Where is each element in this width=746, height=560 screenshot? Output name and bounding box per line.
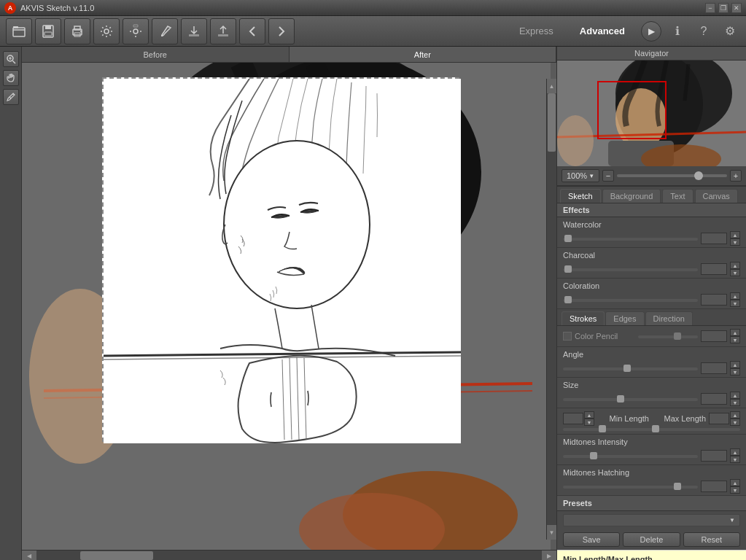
min-length-slider-thumb[interactable] [599,425,606,432]
midtones-hatching-increment[interactable]: ▲ [730,479,740,486]
charcoal-decrement[interactable]: ▼ [730,269,740,276]
max-length-slider-thumb[interactable] [652,425,659,432]
import-button[interactable] [181,18,207,44]
color-pencil-value[interactable]: 13 [701,330,727,342]
color-pencil-slider-thumb[interactable] [674,332,681,340]
coloration-slider[interactable] [563,299,698,302]
zoom-minus-button[interactable]: − [602,170,614,182]
charcoal-slider-thumb[interactable] [564,265,572,273]
max-length-decrement[interactable]: ▼ [730,419,740,426]
coloration-increment[interactable]: ▲ [730,292,740,300]
midtones-hatching-value[interactable]: 41 [701,481,727,492]
min-length-increment[interactable]: ▲ [584,411,594,419]
size-decrement[interactable]: ▼ [730,399,740,406]
color-pencil-increment[interactable]: ▲ [730,329,740,336]
zoom-slider[interactable] [617,174,727,177]
export-button[interactable] [210,18,236,44]
coloration-slider-thumb[interactable] [564,296,572,303]
preferences-button[interactable]: ⚙ [720,21,740,42]
angle-value[interactable]: 45 [701,362,727,374]
tab-canvas[interactable]: Canvas [695,189,738,203]
tab-sketch[interactable]: Sketch [560,189,601,203]
hand-tool-button[interactable] [3,70,19,86]
watercolor-slider-thumb[interactable] [564,235,572,242]
brush-button[interactable] [152,18,178,44]
charcoal-slider[interactable] [563,268,698,271]
title-bar: A AKVIS Sketch v.11.0 − ❐ ✕ [0,0,746,16]
color-pencil-decrement[interactable]: ▼ [730,336,740,343]
midtones-intensity-value[interactable]: 4 [701,450,727,462]
charcoal-control: 0 ▲ ▼ [563,262,740,276]
advanced-mode-button[interactable]: Advanced [570,23,635,39]
close-button[interactable]: ✕ [731,3,742,13]
midtones-intensity-slider[interactable] [563,455,698,458]
size-value[interactable]: 8 [701,393,727,405]
horizontal-scrollbar[interactable]: ◀ ▶ [22,550,556,560]
tab-direction[interactable]: Direction [645,311,693,325]
tab-background[interactable]: Background [602,189,661,203]
max-length-input[interactable]: 10 [709,413,729,424]
tab-edges[interactable]: Edges [605,311,644,325]
min-length-input[interactable]: 4 [563,413,583,424]
presets-delete-button[interactable]: Delete [623,532,680,547]
coloration-decrement[interactable]: ▼ [730,300,740,307]
min-length-decrement[interactable]: ▼ [584,419,594,426]
angle-decrement[interactable]: ▼ [730,368,740,376]
charcoal-value[interactable]: 0 [701,263,727,275]
restore-button[interactable]: ❐ [718,3,728,13]
express-mode-button[interactable]: Express [509,23,564,39]
size-slider-thumb[interactable] [617,395,624,402]
print-button[interactable] [64,18,90,44]
info-button[interactable]: ℹ [667,21,688,42]
watercolor-decrement[interactable]: ▼ [730,238,740,246]
settings-button[interactable] [93,18,120,44]
midtones-intensity-slider-thumb[interactable] [590,452,597,459]
angle-slider[interactable] [563,368,698,370]
canvas-content[interactable]: ▲ ▼ [22,63,556,550]
forward-button[interactable] [268,18,295,44]
tab-strokes[interactable]: Strokes [562,311,605,325]
presets-reset-button[interactable]: Reset [683,532,740,547]
size-increment[interactable]: ▲ [730,392,740,399]
vertical-scrollbar[interactable]: ▲ ▼ [546,79,556,540]
minmax-slider[interactable] [563,428,740,431]
watercolor-increment[interactable]: ▲ [730,231,740,238]
coloration-value[interactable]: 0 [701,294,727,306]
eyedropper-tool-button[interactable] [3,89,19,105]
before-tab[interactable]: Before [22,47,290,62]
watercolor-value[interactable]: 0 [701,233,727,244]
play-button[interactable]: ▶ [641,21,661,42]
back-button[interactable] [239,18,265,44]
angle-label: Angle [563,350,740,359]
zoom-plus-button[interactable]: + [730,170,742,182]
charcoal-increment[interactable]: ▲ [730,262,740,269]
help-button[interactable]: ? [693,21,714,42]
size-slider[interactable] [563,398,698,401]
tab-text[interactable]: Text [662,189,693,203]
after-tab[interactable]: After [290,47,557,62]
presets-buttons: Save Delete Reset [557,529,746,550]
zoom-dropdown-arrow[interactable]: ▼ [588,173,594,179]
midtones-hatching-slider-thumb[interactable] [674,483,681,490]
angle-increment[interactable]: ▲ [730,361,740,368]
color-pencil-slider[interactable] [638,335,699,338]
midtones-hatching-decrement[interactable]: ▼ [730,486,740,494]
presets-save-button[interactable]: Save [563,532,620,547]
zoom-tool-button[interactable] [3,51,19,67]
zoom-slider-thumb[interactable] [694,171,703,180]
settings2-button[interactable] [123,18,149,44]
midtones-intensity-decrement[interactable]: ▼ [730,456,740,463]
midtones-hatching-label: Midtones Hatching [563,468,740,477]
max-length-increment[interactable]: ▲ [730,411,740,419]
color-pencil-checkbox[interactable] [563,332,572,341]
save-button[interactable] [35,18,61,44]
minimize-button[interactable]: − [705,3,715,13]
midtones-intensity-increment[interactable]: ▲ [730,448,740,456]
navigator-preview[interactable] [557,61,746,166]
watercolor-slider[interactable] [563,238,698,241]
presets-dropdown[interactable]: ▼ [563,514,740,526]
navigator-viewport-box[interactable] [597,81,667,139]
angle-slider-thumb[interactable] [623,365,631,372]
midtones-hatching-slider[interactable] [563,486,698,489]
open-button[interactable] [6,18,32,44]
